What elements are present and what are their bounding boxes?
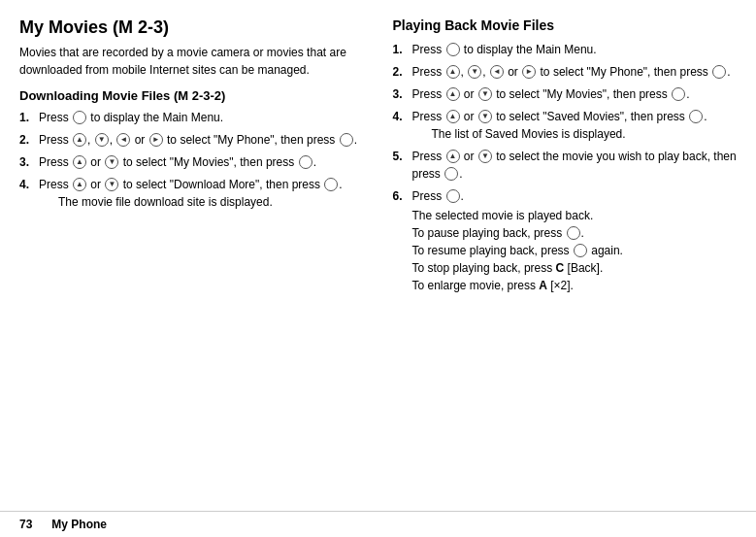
r-step4-info: The list of Saved Movies is displayed. — [432, 127, 626, 141]
step4-info: The movie file download site is displaye… — [58, 195, 273, 209]
left-step-2: 2. Press ▲, ▼, ◄ or ► to select "My Phon… — [19, 131, 364, 149]
ok-button-icon-4 — [324, 178, 338, 191]
ok-button-icon-3 — [299, 155, 312, 169]
r-nav-right-1: ► — [522, 65, 536, 79]
r-nav-up-2: ▲ — [446, 87, 460, 101]
ok-button-icon-2 — [340, 133, 353, 147]
left-step-1: 1. Press to display the Main Menu. — [19, 109, 364, 126]
r-nav-down-2: ▼ — [478, 87, 492, 101]
section-title: Downloading Movie Files (M 2-3-2) — [19, 88, 364, 103]
nav-up-icon-3: ▲ — [73, 178, 86, 191]
nav-down-icon-3: ▼ — [105, 178, 118, 191]
left-title: My Movies (M 2-3) — [19, 17, 364, 38]
intro-text: Movies that are recorded by a movie came… — [19, 44, 364, 79]
nav-up-icon: ▲ — [73, 133, 86, 147]
left-step-4: 4. Press ▲ or ▼ to select "Download More… — [19, 176, 364, 211]
right-step-2: 2. Press ▲, ▼, ◄ or ► to select "My Phon… — [393, 63, 738, 81]
right-step-1: 1. Press to display the Main Menu. — [393, 41, 738, 58]
left-title-text: My Movies — [19, 17, 108, 37]
r-nav-up-3: ▲ — [446, 110, 460, 123]
content-area: My Movies (M 2-3) Movies that are record… — [0, 0, 756, 511]
r-nav-down-3: ▼ — [478, 110, 492, 123]
nav-down-icon: ▼ — [95, 133, 109, 147]
r-step6-info5: To enlarge movie, press A [×2]. — [412, 277, 738, 294]
left-steps-list: 1. Press to display the Main Menu. 2. Pr… — [19, 109, 364, 211]
r-ok-icon-3 — [672, 87, 685, 101]
r-nav-up-4: ▲ — [446, 150, 460, 163]
r-step6-info3: To resume playing back, press again. — [412, 242, 738, 259]
left-title-suffix: (M 2-3) — [108, 17, 169, 37]
a-key: A — [539, 279, 547, 292]
c-key: C — [556, 261, 565, 275]
ok-button-icon — [73, 111, 86, 124]
r-nav-left-1: ◄ — [490, 65, 504, 79]
r-ok-icon-2 — [712, 65, 726, 79]
right-step-3: 3. Press ▲ or ▼ to select "My Movies", t… — [393, 85, 738, 103]
r-nav-down-4: ▼ — [478, 150, 492, 163]
nav-up-icon-2: ▲ — [73, 155, 86, 169]
nav-right-icon: ► — [149, 133, 163, 147]
section-title-text: Downloading Movie Files — [19, 88, 170, 103]
right-column: Playing Back Movie Files 1. Press to dis… — [393, 17, 738, 501]
r-ok-icon-1 — [446, 43, 460, 56]
right-step-5: 5. Press ▲ or ▼ to select the movie you … — [393, 148, 738, 183]
left-column: My Movies (M 2-3) Movies that are record… — [19, 17, 364, 501]
r-nav-up-1: ▲ — [446, 65, 460, 79]
footer: 73 My Phone — [0, 511, 756, 537]
r-pause-icon — [567, 226, 580, 240]
r-ok-icon-6 — [446, 189, 460, 203]
r-ok-icon-5 — [444, 167, 458, 181]
r-ok-icon-4 — [689, 110, 703, 123]
r-resume-icon — [574, 244, 587, 257]
page-container: My Movies (M 2-3) Movies that are record… — [0, 0, 756, 537]
nav-left-icon: ◄ — [116, 133, 130, 147]
left-step-3: 3. Press ▲ or ▼ to select "My Movies", t… — [19, 153, 364, 171]
right-title: Playing Back Movie Files — [393, 17, 738, 33]
r-step6-info4: To stop playing back, press C [Back]. — [412, 259, 738, 277]
r-nav-down-1: ▼ — [468, 65, 481, 79]
nav-down-icon-2: ▼ — [105, 155, 118, 169]
section-title-suffix: (M 2-3-2) — [170, 88, 225, 103]
r-step6-info2: To pause playing back, press . — [412, 224, 738, 242]
right-step-6: 6. Press . The selected movie is played … — [393, 187, 738, 294]
footer-page-number: 73 — [19, 518, 32, 531]
right-step-4: 4. Press ▲ or ▼ to select "Saved Movies"… — [393, 108, 738, 143]
r-step6-info1: The selected movie is played back. — [412, 207, 738, 224]
right-steps-list: 1. Press to display the Main Menu. 2. Pr… — [393, 41, 738, 294]
footer-section-title: My Phone — [51, 518, 107, 531]
